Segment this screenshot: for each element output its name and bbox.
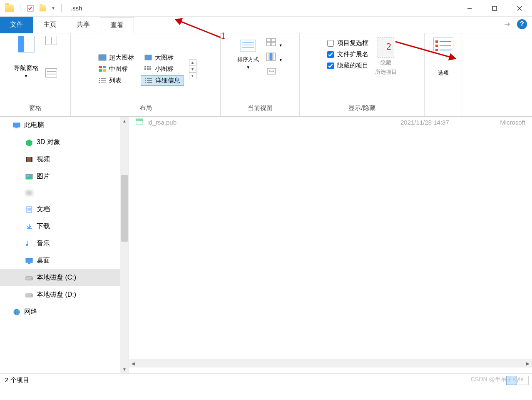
layout-small[interactable]: 小图标 — [141, 64, 184, 74]
pin-icon[interactable] — [504, 21, 512, 28]
options-label: 选项 — [438, 69, 449, 77]
svg-rect-14 — [144, 68, 146, 70]
tree-item-music[interactable]: 音乐 — [0, 235, 129, 252]
svg-rect-10 — [103, 69, 106, 72]
sort-button[interactable]: 排序方式 ▼ — [237, 38, 259, 70]
separator — [61, 4, 62, 12]
folder-icon — [5, 5, 14, 12]
svg-rect-23 — [145, 78, 146, 79]
group-label-layout: 布局 — [139, 102, 152, 114]
tree-item-label: 图片 — [37, 172, 50, 181]
svg-rect-48 — [26, 190, 32, 195]
checkbox-label: 项目复选框 — [337, 39, 368, 47]
size-columns-button[interactable] — [266, 67, 283, 77]
music-icon — [25, 240, 33, 248]
tree-item-video[interactable]: 视频 — [0, 151, 129, 168]
preview-pane-button[interactable] — [45, 36, 57, 45]
group-by-button[interactable]: ▼ — [266, 38, 283, 48]
scroll-left[interactable]: ◀ — [129, 359, 137, 368]
qat-dropdown[interactable]: ▼ — [51, 6, 55, 10]
blur-icon — [25, 189, 33, 197]
hide-selected-button[interactable]: 隐藏 所选项目 — [375, 38, 397, 76]
tree-item-disk[interactable]: 本地磁盘 (D:) — [0, 286, 129, 303]
layout-details[interactable]: 详细信息 — [141, 75, 184, 86]
checkbox-label: 隐藏的项目 — [337, 62, 368, 70]
desktop-icon — [25, 257, 33, 265]
navigation-pane-button[interactable]: 导航窗格 ▼ — [14, 36, 39, 78]
sidebar-scrollbar[interactable]: ▲ ▼ — [120, 117, 129, 373]
details-pane-button[interactable] — [45, 68, 57, 78]
downloads-icon — [25, 223, 33, 230]
add-columns-button[interactable]: ▼ — [266, 52, 283, 62]
file-list[interactable]: id_rsa.pub 2021/11/28 14:37 Microsoft ◀ … — [129, 117, 532, 373]
scroll-up[interactable]: ▲ — [120, 117, 129, 125]
file-row[interactable]: id_rsa.pub 2021/11/28 14:37 Microsoft — [129, 117, 532, 128]
ribbon-group-layout: 超大图标 大图标 中图标 小图标 列表 详细信息 ▲ ▼ ▾ 布局 — [71, 33, 221, 116]
close-button[interactable] — [507, 0, 532, 17]
tree-item-docs[interactable]: 文档 — [0, 201, 129, 218]
tree-item-blur[interactable] — [0, 185, 129, 201]
scroll-down[interactable]: ▼ — [120, 365, 129, 373]
options-button[interactable]: 选项 — [433, 38, 453, 77]
layout-large[interactable]: 大图标 — [141, 53, 184, 62]
new-folder-icon[interactable] — [39, 4, 47, 12]
svg-rect-36 — [271, 42, 276, 46]
video-icon — [25, 156, 33, 163]
svg-rect-41 — [13, 123, 20, 127]
horizontal-scrollbar[interactable]: ◀ ▶ — [129, 359, 532, 368]
layout-medium[interactable]: 中图标 — [95, 64, 137, 74]
tree-item-label: 下载 — [37, 222, 50, 231]
file-extensions-toggle[interactable]: 文件扩展名 — [327, 49, 368, 60]
tree-item-downloads[interactable]: 下载 — [0, 218, 129, 235]
checkbox[interactable] — [327, 62, 334, 69]
group-label-current-view: 当前视图 — [248, 102, 273, 114]
svg-rect-63 — [136, 119, 143, 121]
tree-item-label: 本地磁盘 (D:) — [37, 290, 76, 299]
checkbox[interactable] — [327, 51, 334, 58]
svg-rect-21 — [99, 82, 100, 83]
tree-item-pictures[interactable]: 图片 — [0, 168, 129, 185]
tree-item-disk[interactable]: 本地磁盘 (C:) — [0, 269, 129, 286]
ribbon-group-show-hide: 项目复选框 文件扩展名 隐藏的项目 隐藏 所选项目 显示/隐藏 — [300, 33, 425, 116]
svg-rect-16 — [149, 68, 151, 70]
pictures-icon — [25, 173, 33, 180]
help-button[interactable]: ? — [517, 19, 527, 29]
tab-home[interactable]: 主页 — [33, 17, 67, 33]
scroll-thumb[interactable] — [121, 175, 128, 242]
tab-file[interactable]: 文件 — [0, 17, 33, 33]
navigation-tree[interactable]: 此电脑3D 对象视频图片文档下载音乐桌面本地磁盘 (C:)本地磁盘 (D:)网络… — [0, 117, 129, 373]
layout-extra-large[interactable]: 超大图标 — [95, 53, 137, 62]
layout-spin-down[interactable]: ▼ — [189, 66, 196, 72]
tree-item-desktop[interactable]: 桌面 — [0, 252, 129, 269]
svg-rect-11 — [144, 66, 146, 68]
navigation-pane-label: 导航窗格 — [14, 64, 39, 72]
svg-rect-2 — [492, 6, 497, 10]
tree-item-pc[interactable]: 此电脑 — [0, 117, 129, 134]
separator — [20, 4, 20, 12]
layout-label: 小图标 — [155, 65, 174, 73]
checkbox[interactable] — [327, 40, 334, 47]
minimize-button[interactable] — [457, 0, 482, 17]
sort-label: 排序方式 — [237, 56, 259, 63]
tree-item-label: 本地磁盘 (C:) — [37, 273, 76, 282]
hide-label: 隐藏 — [380, 59, 391, 67]
layout-list[interactable]: 列表 — [95, 75, 137, 86]
tab-view[interactable]: 查看 — [100, 17, 134, 34]
tree-item-network[interactable]: 网络 — [0, 303, 129, 320]
svg-point-56 — [31, 278, 32, 279]
properties-icon[interactable] — [26, 4, 35, 12]
item-checkboxes-toggle[interactable]: 项目复选框 — [327, 38, 368, 49]
tab-share[interactable]: 共享 — [67, 17, 100, 33]
hidden-items-toggle[interactable]: 隐藏的项目 — [327, 60, 368, 71]
tree-item-3d[interactable]: 3D 对象 — [0, 134, 129, 151]
maximize-button[interactable] — [482, 0, 507, 17]
layout-spin-more[interactable]: ▾ — [189, 72, 196, 79]
layout-label: 超大图标 — [109, 54, 134, 62]
layout-spin-up[interactable]: ▲ — [189, 59, 196, 66]
layout-label: 大图标 — [155, 54, 174, 62]
3d-icon — [25, 139, 33, 146]
scroll-right[interactable]: ▶ — [524, 359, 532, 368]
svg-rect-37 — [266, 53, 269, 60]
ribbon-group-panes: 导航窗格 ▼ 窗格 — [0, 33, 71, 116]
svg-rect-54 — [28, 263, 30, 264]
